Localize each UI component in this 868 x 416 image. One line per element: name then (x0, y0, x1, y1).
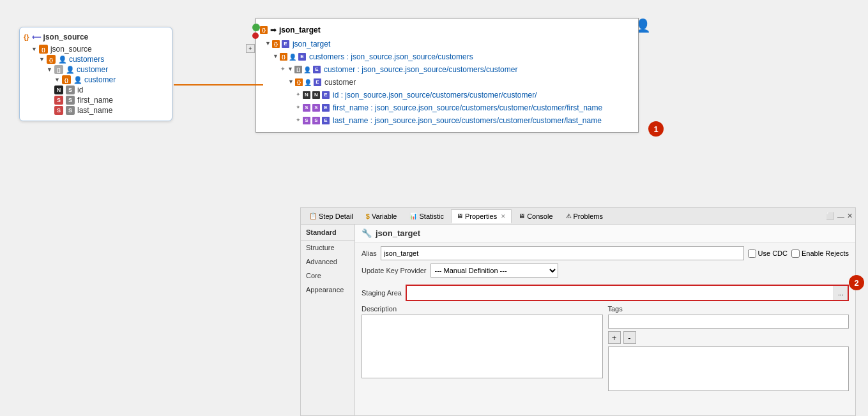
chevron-icon: ▼ (39, 56, 45, 63)
sidebar-item-advanced[interactable]: Advanced (301, 255, 354, 269)
asterisk: ✦ (296, 103, 301, 112)
item-label: last_name : json_source.json_source/cust… (333, 115, 602, 126)
expand-btn[interactable]: + (246, 44, 255, 53)
update-key-provider-row: Update Key Provider --- Manual Definitio… (362, 264, 849, 278)
tab-label: Problems (574, 212, 603, 220)
badge-bracket: [] (54, 65, 63, 74)
panel-title: json_target (376, 228, 420, 238)
json-target-icon: 🔧 (362, 228, 372, 238)
target-tree-item: ✦ S S E first_name : json_source.json_so… (260, 101, 634, 114)
person-icon: 👤 (73, 76, 82, 84)
badge-s: S (303, 117, 310, 124)
item-label: first_name : json_source.json_source/cus… (333, 102, 602, 114)
tags-label: Tags (608, 305, 849, 313)
item-label: first_name (77, 96, 113, 105)
target-tree-item: ✦ S S E last_name : json_source.json_sou… (260, 114, 634, 127)
tab-console[interactable]: 🖥 Console (513, 209, 558, 223)
close-tab-icon[interactable]: ✕ (501, 213, 506, 219)
target-tree-item: ✦ ▼ [] 👤 E customer : json_source.json_s… (260, 63, 634, 76)
badge-s2: S (312, 117, 320, 124)
enable-rejects-label: Enable Rejects (802, 249, 849, 257)
tab-label: Step Detail (319, 212, 353, 220)
tab-problems[interactable]: ⚠ Problems (560, 209, 609, 223)
target-title-label: json_target (279, 24, 321, 36)
badge-curly: {} (47, 55, 56, 64)
panel-sidebar: Standard Structure Advanced Core Appeara… (301, 225, 355, 415)
annotation-2: 2 (849, 275, 864, 290)
target-tree-item: ▼ {} 👤 E customer (260, 76, 634, 89)
alias-input[interactable] (381, 246, 744, 260)
badge2: E (282, 40, 289, 48)
badge-s: S (303, 104, 310, 112)
badge-n: N (303, 91, 310, 99)
item-label: customer : json_source.json_source/custo… (324, 64, 517, 75)
tab-step-detail[interactable]: 📋 Step Detail (303, 209, 359, 223)
tags-input[interactable] (608, 315, 849, 329)
badge-s2: S (66, 106, 75, 115)
badge3: E (322, 117, 330, 124)
form-section: Alias Use CDC Enable Rejects Update Key … (355, 242, 855, 285)
description-textarea[interactable] (362, 315, 603, 378)
tab-properties[interactable]: 🖥 Properties ✕ (451, 209, 512, 223)
tags-list-area (608, 346, 849, 391)
tab-label: Properties (465, 212, 497, 220)
item-label: last_name (77, 106, 112, 115)
sidebar-item-label: Appearance (306, 286, 344, 293)
green-indicator (252, 24, 260, 31)
target-tree-item: ▼ {} 👤 E customers : json_source.json_so… (260, 50, 634, 63)
item-label: customer (324, 77, 356, 88)
badge-s2: S (312, 104, 320, 112)
asterisk: ✦ (280, 65, 286, 74)
badge-s2: S (66, 96, 75, 105)
minimize-icon[interactable]: — (837, 212, 844, 220)
sidebar-item-structure[interactable]: Structure (301, 241, 354, 255)
bottom-panel: 📋 Step Detail $ Variable 📊 Statistic 🖥 P… (300, 207, 856, 416)
target-tree-item: ✦ N N E id : json_source.json_source/cus… (260, 89, 634, 101)
problems-icon: ⚠ (566, 212, 572, 219)
alias-row: Alias Use CDC Enable Rejects (362, 246, 849, 260)
asterisk: ✦ (296, 116, 301, 125)
badge: {} (295, 78, 303, 86)
badge-n2: N (312, 91, 320, 99)
tab-variable[interactable]: $ Variable (360, 209, 403, 223)
item-label: json_source (50, 45, 92, 54)
tags-remove-button[interactable]: - (623, 331, 636, 344)
update-key-label: Update Key Provider (362, 267, 427, 274)
alias-label: Alias (362, 249, 377, 257)
item-label: customers : json_source.json_source/cust… (309, 51, 473, 63)
panel-content: Standard Structure Advanced Core Appeara… (301, 225, 855, 415)
tags-add-button[interactable]: + (608, 331, 621, 344)
person-icon: 👤 (303, 65, 311, 75)
badge3: E (322, 104, 330, 112)
use-cdc-checkbox[interactable] (748, 249, 756, 258)
item-label: id (77, 85, 83, 94)
staging-browse-button[interactable]: ... (834, 286, 848, 300)
tree-item: S S first_name (24, 95, 168, 105)
staging-input[interactable] (407, 286, 834, 300)
properties-icon: 🖥 (457, 212, 463, 219)
staging-label: Staging Area (362, 289, 402, 297)
badge2: E (298, 53, 306, 61)
tab-label: Console (527, 212, 552, 220)
update-key-select[interactable]: --- Manual Definition --- Auto Custom (430, 264, 558, 278)
sidebar-item-core[interactable]: Core (301, 269, 354, 283)
tree-item: ▼ [] 👤 customer (24, 64, 168, 75)
use-cdc-label: Use CDC (758, 249, 788, 257)
person-icon: 👤 (289, 52, 296, 62)
maximize-icon[interactable]: ⬜ (826, 212, 835, 220)
chevron-icon: ▼ (31, 46, 37, 52)
enable-rejects-checkbox[interactable] (791, 249, 800, 258)
person-icon: 👤 (58, 56, 67, 64)
statistic-icon: 📊 (409, 212, 417, 219)
tab-statistic[interactable]: 📊 Statistic (404, 209, 450, 223)
enable-rejects-checkbox-wrap: Enable Rejects (791, 249, 849, 258)
sidebar-item-appearance[interactable]: Appearance (301, 283, 354, 297)
tree-item: N S id (24, 85, 168, 95)
arrow-icon: ➡ (270, 24, 277, 36)
curly-brace-icon: {} (24, 33, 29, 41)
item-label: customers (69, 55, 104, 64)
close-panel-icon[interactable]: ✕ (847, 212, 853, 220)
chevron-icon: ▼ (54, 77, 60, 83)
description-col: Description (362, 305, 603, 391)
target-title-row: {} ➡ json_target (260, 24, 634, 36)
